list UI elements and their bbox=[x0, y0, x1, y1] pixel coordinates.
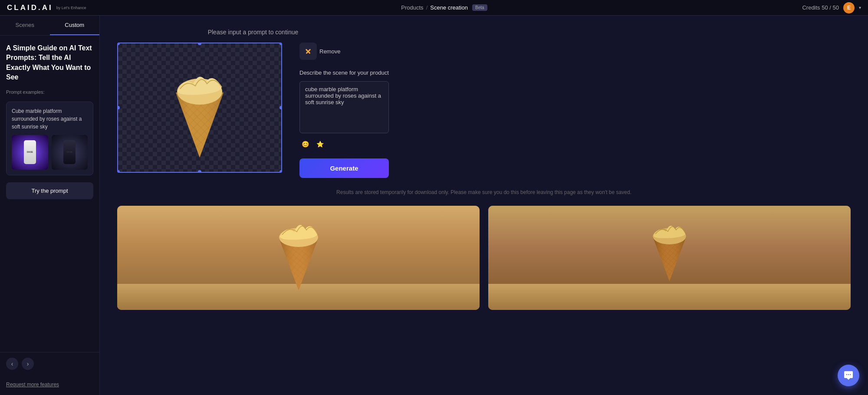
nav-right: Credits 50 / 50 E ▾ bbox=[802, 2, 861, 13]
example-image-1 bbox=[12, 135, 48, 170]
next-arrow-button[interactable]: › bbox=[22, 358, 34, 370]
handle-mid-left[interactable] bbox=[117, 106, 120, 109]
logo-by: by Let's Enhance bbox=[56, 6, 86, 10]
request-more-button[interactable]: Request more features bbox=[6, 382, 59, 388]
prompt-examples-label: Prompt examples: bbox=[6, 89, 93, 95]
breadcrumb-products[interactable]: Products bbox=[401, 4, 423, 11]
handle-bot-mid[interactable] bbox=[198, 170, 201, 173]
tab-scenes[interactable]: Scenes bbox=[0, 16, 50, 35]
prompt-actions: 😊 ⭐ bbox=[299, 138, 389, 150]
result-image-2-inner bbox=[488, 206, 851, 310]
prompt-example-card: Cube marble platform surrounded by roses… bbox=[6, 102, 93, 175]
sidebar-content: A Simple Guide on AI Text Prompts: Tell … bbox=[0, 36, 99, 352]
chat-button[interactable] bbox=[838, 365, 859, 386]
editor-section: Please input a prompt to continue bbox=[100, 16, 868, 187]
breadcrumb: Products / Scene creation Beta bbox=[401, 4, 487, 11]
prompt-panel: Remove Describe the scene for your produ… bbox=[299, 43, 389, 178]
handle-top-mid[interactable] bbox=[198, 43, 201, 45]
prompt-describe-label: Describe the scene for your product bbox=[299, 69, 389, 76]
editor-top-label: Please input a prompt to continue bbox=[208, 29, 299, 36]
remove-label: Remove bbox=[319, 48, 340, 55]
prompt-example-text: Cube marble platform surrounded by roses… bbox=[12, 108, 82, 130]
generate-button[interactable]: Generate bbox=[299, 158, 389, 178]
product-bottle-1 bbox=[24, 140, 36, 164]
product-image bbox=[165, 51, 234, 164]
emoji-button[interactable]: 😊 bbox=[299, 138, 311, 150]
editor-container: Please input a prompt to continue bbox=[117, 29, 389, 178]
handle-bot-right[interactable] bbox=[279, 170, 282, 173]
svg-point-20 bbox=[846, 374, 847, 375]
remove-row[interactable]: Remove bbox=[299, 43, 389, 60]
sidebar-nav-arrows: ‹ › bbox=[0, 352, 99, 375]
handle-bot-left[interactable] bbox=[117, 170, 120, 173]
prompt-textarea[interactable] bbox=[299, 81, 389, 133]
beta-badge: Beta bbox=[472, 4, 487, 11]
breadcrumb-separator: / bbox=[426, 4, 428, 11]
svg-point-22 bbox=[850, 374, 851, 375]
cone-svg bbox=[171, 58, 228, 158]
try-prompt-button[interactable]: Try the prompt bbox=[6, 182, 93, 199]
sidebar-tabs: Scenes Custom bbox=[0, 16, 99, 36]
tool-icon bbox=[304, 47, 312, 55]
handle-mid-right[interactable] bbox=[279, 106, 282, 109]
sticker-button[interactable]: ⭐ bbox=[314, 138, 326, 150]
example-image-2 bbox=[52, 135, 88, 170]
chevron-down-icon[interactable]: ▾ bbox=[859, 5, 861, 10]
prompt-icons: 😊 ⭐ bbox=[299, 138, 326, 150]
result-image-1-inner bbox=[117, 206, 480, 310]
breadcrumb-current: Scene creation bbox=[430, 4, 468, 11]
main-content: Please input a prompt to continue bbox=[100, 16, 868, 395]
handle-top-right[interactable] bbox=[279, 43, 282, 45]
request-more-area: Request more features bbox=[0, 375, 99, 395]
notice-text: Results are stored temporarily for downl… bbox=[100, 187, 868, 201]
result-cone-1 bbox=[277, 210, 320, 293]
sidebar-heading: A Simple Guide on AI Text Prompts: Tell … bbox=[6, 43, 93, 82]
product-bottle-2 bbox=[63, 140, 76, 164]
tab-custom[interactable]: Custom bbox=[50, 16, 100, 35]
sidebar: Scenes Custom A Simple Guide on AI Text … bbox=[0, 16, 100, 395]
chat-icon bbox=[843, 370, 854, 381]
credits-label: Credits 50 / 50 bbox=[802, 4, 839, 11]
logo-area: CLAID.AI by Let's Enhance bbox=[7, 3, 86, 12]
avatar[interactable]: E bbox=[843, 2, 855, 13]
image-canvas[interactable] bbox=[117, 43, 282, 173]
main-layout: Scenes Custom A Simple Guide on AI Text … bbox=[0, 16, 868, 395]
result-image-2 bbox=[488, 206, 851, 310]
logo-text: CLAID.AI bbox=[7, 3, 53, 12]
prev-arrow-button[interactable]: ‹ bbox=[6, 358, 18, 370]
result-cone-2 bbox=[651, 210, 688, 286]
handle-top-left[interactable] bbox=[117, 43, 120, 45]
example-images bbox=[12, 135, 88, 170]
top-navigation: CLAID.AI by Let's Enhance Products / Sce… bbox=[0, 0, 868, 16]
svg-point-21 bbox=[848, 374, 849, 375]
remove-icon bbox=[299, 43, 317, 60]
results-section bbox=[100, 201, 868, 323]
result-image-1 bbox=[117, 206, 480, 310]
